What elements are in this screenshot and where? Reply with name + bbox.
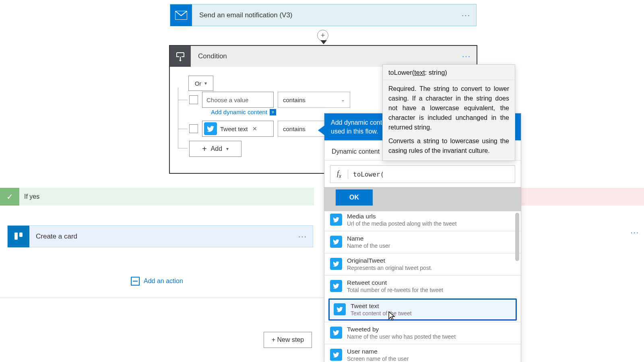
twitter-icon — [330, 280, 342, 292]
condition-row1-checkbox[interactable] — [189, 95, 198, 104]
condition-title: Condition — [191, 46, 456, 67]
expression-input-row: fx toLower( — [330, 165, 515, 183]
create-card-title: Create a card — [29, 232, 293, 241]
item-desc: Total number of re-tweets for the tweet — [347, 287, 443, 293]
list-item[interactable]: Tweeted byName of the user who has poste… — [324, 322, 521, 344]
mail-icon — [170, 4, 192, 26]
condition-row2-value-pill[interactable]: Tweet text ✕ — [202, 121, 274, 137]
pill-label: Tweet text — [220, 125, 248, 132]
email-step-card[interactable]: Send an email notification (V3) ··· — [170, 4, 477, 26]
list-item[interactable]: OriginalTweetRepresents an original twee… — [324, 253, 521, 275]
sig-suffix: : string) — [425, 69, 447, 76]
condition-row2-operator-label: contains — [283, 125, 305, 132]
item-name: Retweet count — [347, 279, 443, 286]
condition-row1-operator-label: contains — [283, 97, 305, 103]
condition-row2-checkbox[interactable] — [189, 124, 198, 133]
group-operator-label: Or — [195, 80, 202, 87]
fx-icon: fx — [330, 169, 348, 179]
add-dynamic-content-label: Add dynamic content — [211, 109, 267, 115]
item-name: Media urls — [347, 213, 456, 220]
condition-header[interactable]: Condition ··· — [170, 46, 477, 67]
check-icon: ✓ — [0, 188, 19, 206]
condition-menu[interactable]: ··· — [456, 46, 477, 67]
add-condition-row-button[interactable]: + Add ▾ — [189, 141, 242, 157]
twitter-icon — [330, 236, 342, 248]
expression-input[interactable]: toLower( — [348, 171, 515, 178]
twitter-icon — [330, 214, 342, 226]
dynamic-content-list: Media urlsUrl of the media posted along … — [324, 211, 521, 362]
new-step-button[interactable]: + New step — [264, 332, 312, 348]
item-desc: Url of the media posted along with the t… — [347, 220, 456, 227]
email-step-menu[interactable]: ··· — [456, 11, 476, 20]
plus-icon: + — [270, 109, 276, 115]
if-no-branch-header[interactable] — [519, 188, 644, 206]
ok-button[interactable]: OK — [336, 189, 373, 206]
sig-prefix: toLower( — [388, 69, 414, 76]
condition-row1-value-input[interactable]: Choose a value — [202, 92, 274, 108]
add-dynamic-content-link[interactable]: Add dynamic content + — [211, 109, 276, 115]
list-item[interactable]: Media urlsUrl of the media posted along … — [324, 211, 521, 231]
chevron-down-icon: ▾ — [226, 146, 229, 152]
sig-arg: text — [414, 69, 425, 76]
tooltip-body: Required. The string to convert to lower… — [383, 80, 515, 136]
chevron-down-icon: ⌄ — [341, 97, 345, 103]
list-item-selected[interactable]: Tweet textText content of the tweet — [328, 298, 517, 321]
item-desc: Text content of the tweet — [351, 310, 412, 317]
tab-dynamic-content[interactable]: Dynamic content — [332, 148, 380, 160]
panel-pointer-icon — [318, 125, 324, 135]
tooltip-signature: toLower(text: string) — [383, 65, 515, 80]
twitter-icon — [204, 122, 217, 135]
svg-rect-3 — [19, 232, 23, 237]
scrollbar-thumb[interactable] — [515, 213, 519, 261]
add-step-between-button[interactable]: + — [317, 30, 328, 41]
if-yes-branch-header[interactable]: ✓ If yes — [0, 188, 314, 206]
new-step-label: + New step — [272, 336, 304, 343]
if-yes-label: If yes — [19, 193, 39, 200]
list-item[interactable]: Retweet countTotal number of re-tweets f… — [324, 275, 521, 297]
twitter-icon — [334, 303, 346, 315]
item-name: User name — [347, 348, 409, 355]
group-operator-dropdown[interactable]: Or ▾ — [188, 76, 213, 91]
list-item[interactable]: NameName of the user — [324, 231, 521, 253]
email-step-title: Send an email notification (V3) — [192, 11, 456, 19]
function-tooltip: toLower(text: string) Required. The stri… — [382, 64, 515, 161]
if-no-step-menu[interactable]: ··· — [630, 228, 639, 237]
add-action-label: Add an action — [144, 278, 183, 285]
twitter-icon — [330, 349, 342, 361]
item-name: Tweet text — [351, 302, 412, 310]
item-desc: Screen name of the user — [347, 356, 409, 362]
create-card-menu[interactable]: ··· — [293, 232, 313, 241]
twitter-icon — [330, 258, 342, 270]
trello-icon — [8, 226, 29, 247]
create-card-step[interactable]: Create a card ··· — [7, 225, 313, 247]
condition-row1-operator-select[interactable]: contains ⌄ — [278, 92, 350, 108]
add-action-button[interactable]: Add an action — [131, 277, 183, 286]
tooltip-body2: Converts a string to lowercase using the… — [383, 136, 515, 158]
chevron-down-icon: ▾ — [204, 80, 207, 86]
svg-rect-2 — [14, 232, 18, 240]
control-icon — [131, 277, 140, 286]
item-desc: Name of the user — [347, 243, 390, 249]
item-name: Tweeted by — [347, 326, 456, 333]
plus-icon: + — [202, 144, 207, 154]
list-item[interactable]: User nameScreen name of the user — [324, 344, 521, 362]
item-name: OriginalTweet — [347, 257, 432, 264]
add-button-label: Add — [211, 145, 222, 152]
condition-icon — [170, 46, 191, 67]
item-name: Name — [347, 235, 390, 242]
item-desc: Represents an original tweet post. — [347, 265, 432, 271]
twitter-icon — [330, 327, 342, 339]
item-desc: Name of the user who has posted the twee… — [347, 333, 456, 340]
flow-arrow-icon — [320, 40, 327, 44]
pill-remove-icon[interactable]: ✕ — [251, 125, 259, 132]
